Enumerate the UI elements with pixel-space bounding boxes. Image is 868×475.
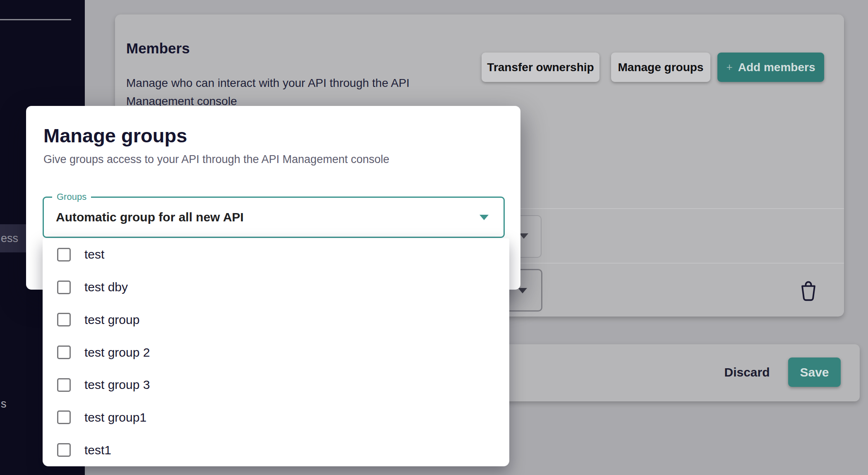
transfer-ownership-label: Transfer ownership bbox=[487, 61, 594, 74]
members-title: Members bbox=[126, 40, 190, 57]
groups-select[interactable]: Groups Automatic group for all new API bbox=[43, 197, 505, 238]
manage-groups-label: Manage groups bbox=[618, 61, 704, 74]
checkbox[interactable] bbox=[57, 378, 71, 392]
group-option[interactable]: test group 3 bbox=[43, 369, 509, 401]
group-option[interactable]: test1 bbox=[43, 434, 509, 466]
members-description-line1: Manage who can interact with your API th… bbox=[126, 77, 410, 89]
sidebar-item-label: s bbox=[0, 398, 7, 410]
checkbox[interactable] bbox=[57, 248, 71, 261]
group-option[interactable]: test group 2 bbox=[43, 336, 509, 369]
select-arrow-icon bbox=[480, 215, 489, 220]
sidebar-divider bbox=[0, 19, 71, 20]
checkbox[interactable] bbox=[57, 313, 71, 326]
checkbox[interactable] bbox=[57, 281, 71, 294]
manage-groups-button[interactable]: Manage groups bbox=[611, 53, 710, 82]
group-option-label: test group 3 bbox=[84, 378, 150, 392]
group-option-label: test group bbox=[84, 313, 139, 327]
add-members-label: Add members bbox=[738, 61, 815, 74]
transfer-ownership-button[interactable]: Transfer ownership bbox=[482, 53, 599, 82]
checkbox[interactable] bbox=[57, 443, 71, 457]
chevron-down-icon bbox=[519, 233, 528, 239]
group-option[interactable]: test group bbox=[43, 303, 509, 336]
dialog-subtitle: Give groups access to your API through t… bbox=[43, 153, 389, 166]
delete-member-icon[interactable] bbox=[799, 281, 818, 301]
group-option-label: test1 bbox=[84, 443, 111, 457]
save-label: Save bbox=[800, 365, 829, 379]
group-option-label: test bbox=[84, 247, 104, 261]
group-option-label: test group 2 bbox=[84, 345, 150, 360]
discard-button[interactable]: Discard bbox=[711, 357, 783, 387]
checkbox[interactable] bbox=[57, 345, 71, 359]
groups-options-panel: test test dby test group test group 2 te… bbox=[43, 238, 509, 466]
add-members-button[interactable]: + Add members bbox=[717, 53, 824, 82]
groups-select-value: Automatic group for all new API bbox=[56, 198, 244, 237]
members-description: Manage who can interact with your API th… bbox=[126, 74, 457, 110]
group-option[interactable]: test dby bbox=[43, 271, 509, 304]
sidebar-item-label: ess bbox=[0, 232, 18, 245]
save-button[interactable]: Save bbox=[788, 357, 841, 387]
app-root: ess s Members Manage who can interact wi… bbox=[0, 0, 868, 475]
checkbox[interactable] bbox=[57, 410, 71, 424]
group-option[interactable]: test bbox=[43, 238, 509, 271]
group-option[interactable]: test group1 bbox=[43, 401, 509, 434]
plus-icon: + bbox=[727, 61, 733, 74]
group-option-label: test group1 bbox=[84, 410, 146, 425]
group-option-label: test dby bbox=[84, 280, 128, 294]
dialog-title: Manage groups bbox=[43, 124, 187, 147]
chevron-down-icon bbox=[518, 288, 527, 293]
